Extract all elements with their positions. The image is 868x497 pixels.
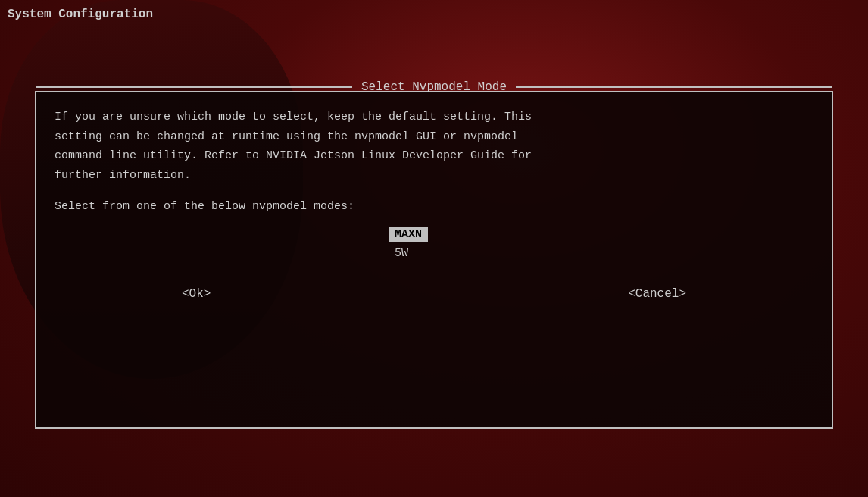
select-prompt: Select from one of the below nvpmodel mo… xyxy=(55,200,813,213)
desc-line1: If you are unsure which mode to select, … xyxy=(55,111,532,123)
option-maxn[interactable]: MAXN xyxy=(389,227,428,242)
ok-button[interactable]: <Ok> xyxy=(176,284,217,304)
desc-line2: setting can be changed at runtime using … xyxy=(55,130,518,143)
desc-line3: command line utility. Refer to NVIDIA Je… xyxy=(55,149,532,162)
title-line-left xyxy=(36,86,352,88)
option-5w[interactable]: 5W xyxy=(389,245,414,261)
options-list: MAXN 5W xyxy=(55,227,813,261)
desc-line4: further information. xyxy=(55,169,191,182)
list-item[interactable]: 5W xyxy=(389,245,479,261)
dialog-body: If you are unsure which mode to select, … xyxy=(36,92,832,316)
cancel-button[interactable]: <Cancel> xyxy=(622,284,692,304)
dialog-title-bar: Select Nvpmodel Mode xyxy=(36,80,832,94)
title-line-right xyxy=(516,86,832,88)
dialog-title: Select Nvpmodel Mode xyxy=(352,80,516,94)
list-item[interactable]: MAXN xyxy=(389,227,479,242)
dialog: Select Nvpmodel Mode If you are unsure w… xyxy=(35,91,833,429)
description-text: If you are unsure which mode to select, … xyxy=(55,108,813,185)
button-row: <Ok> <Cancel> xyxy=(55,284,813,304)
window-title: System Configuration xyxy=(8,8,153,21)
